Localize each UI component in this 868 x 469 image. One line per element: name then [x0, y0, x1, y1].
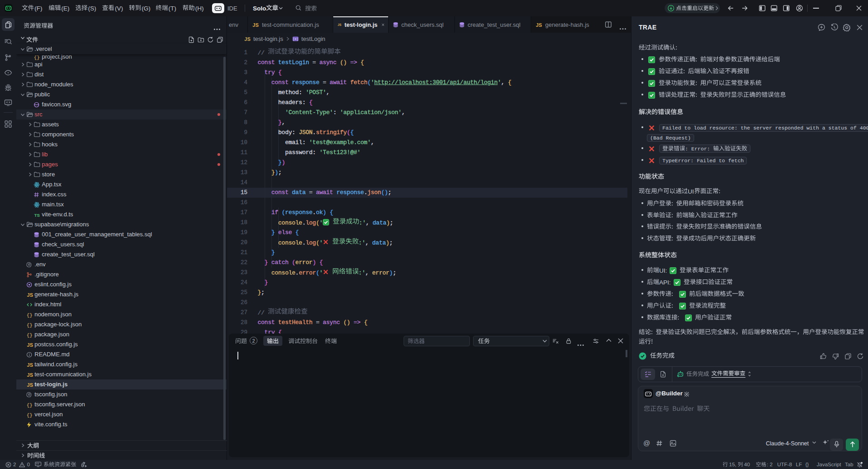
svg-text:JS: JS: [27, 382, 33, 388]
svg-text:{}: {}: [26, 403, 32, 408]
svg-text:TS: TS: [34, 213, 39, 218]
svg-text:JS: JS: [244, 36, 250, 42]
svg-text:JS: JS: [536, 22, 542, 28]
svg-text:{}: {}: [26, 333, 32, 338]
svg-text:JS: JS: [27, 292, 33, 298]
svg-text:JS: JS: [27, 372, 33, 378]
svg-text:{}: {}: [26, 313, 32, 318]
svg-text:{}: {}: [26, 323, 32, 328]
svg-text:{}: {}: [26, 413, 32, 418]
svg-text:JS: JS: [338, 23, 342, 26]
svg-text:JS: JS: [27, 362, 33, 368]
svg-text:JS: JS: [252, 22, 258, 28]
svg-text:JS: JS: [27, 342, 33, 348]
svg-text:[e]: [e]: [292, 37, 298, 41]
